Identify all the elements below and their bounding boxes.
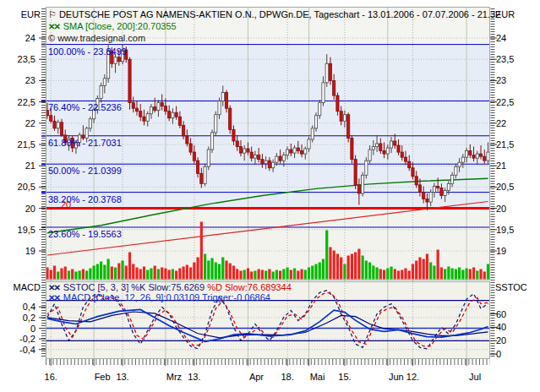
x-axis-tick-label: Feb [95,372,111,382]
price-tick-label-right: 23,5 [496,54,514,64]
x-axis-tick-label: 15. [338,372,351,382]
copyright-text: © www.tradesignal.com [48,33,145,43]
chart-title-text: DEUTSCHE POST AG NAMENS-AKTIEN O.N., DPW… [59,9,500,19]
macd-legend-text: MACD [Close, 12, 26, 9]:0.03109 Trigger:… [63,292,270,302]
stoch-tick-label: 0 [496,349,501,359]
x-axis-tick-label: Apr [249,372,264,382]
stoch-tick-label: 20 [496,335,506,346]
fib-level-label: 38.20% - 20.3768 [48,194,122,204]
chart-title: ⚐DEUTSCHE POST AG NAMENS-AKTIEN O.N., DP… [48,9,500,19]
macd-tick-label: 0,2 [0,313,35,323]
price-tick-label-right: 20 [496,204,506,214]
x-axis-tick-label: Mai [310,372,325,382]
formula-icon: ✕✕ [48,22,59,31]
macd-tick-label: 0,4 [0,302,35,312]
stoch-tick-label: 40 [496,322,506,332]
price-tick-label-left: 23,5 [0,54,35,64]
price-tick-label-right: 21,5 [496,139,514,150]
price-tick-label-left: 22,5 [0,97,35,107]
price-tick-label-left: 22 [0,118,35,128]
price-tick-label-left: 21 [0,161,35,171]
price-tick-label-right: 21 [496,161,506,171]
price-tick-label-left: 23 [0,75,35,85]
x-axis-tick-label: 16. [45,372,57,382]
stoch-tick-label: 60 [496,309,506,319]
price-tick-label-right: 19 [496,246,506,256]
price-tick-label-left: 20,5 [0,182,35,192]
fib-level-label: 23.60% - 19.5563 [48,229,122,239]
formula-icon: ✕✕ [48,283,59,292]
fib-level-label: 100.00% - 23.8499 [48,46,127,57]
price-tick-label-right: 22 [496,118,506,128]
price-tick-label-left: 24 [0,33,35,43]
stoch-k-legend-text: SSTOC [5, 3, 3] %K Slow:75.6269 [63,282,205,292]
x-axis-tick-label: Jun [389,372,404,382]
price-axis-unit-left: EUR [0,9,41,19]
price-tick-label-right: 20,5 [496,182,514,192]
price-tick-label-right: 24 [496,33,506,43]
x-axis-tick-label: 13. [188,372,200,382]
price-tick-label-right: 22,5 [496,97,514,107]
x-axis-tick-label: Mrz [166,372,182,382]
macd-tick-label: -0,2 [0,334,35,344]
x-axis-tick-label: Jul [469,372,481,382]
price-tick-label-right: 19,5 [496,225,514,235]
fib-level-label: 61.80% - 21.7031 [48,138,122,148]
x-axis-tick-label: 13. [116,372,128,382]
x-axis-tick-label: 18. [281,372,293,382]
sma-legend[interactable]: ✕✕SMA [Close, 200]:20.70355 [48,21,177,32]
macd-legend[interactable]: ✕✕MACD [Close, 12, 26, 9]:0.03109 Trigge… [48,292,270,303]
price-tick-label-left: 20 [0,204,35,214]
formula-icon: ✕✕ [48,293,59,302]
fib-level-label: 76.40% - 22.5236 [48,102,122,112]
x-axis-tick-label: 12. [406,372,419,382]
flag-icon: ⚐ [48,9,57,19]
price-tick-label-left: 19 [0,246,35,256]
sma-legend-text: SMA [Close, 200]:20.70355 [63,21,177,31]
macd-axis-title: MACD [0,282,41,292]
red-hline-label: 20 [61,199,71,210]
stoch-axis-title: SSTOC [495,282,527,292]
stoch-d-legend-text: %D Slow:76.689344 [207,282,292,292]
macd-tick-label: 0 [0,324,35,334]
fib-level-label: 50.00% - 21.0399 [48,166,122,176]
price-tick-label-right: 23 [496,75,506,85]
price-tick-label-left: 19,5 [0,225,35,235]
macd-tick-label: -0,4 [0,345,35,355]
tradesignal-chart-window: EUR EUR MACD SSTOC ⚐DEUTSCHE POST AG NAM… [0,0,540,392]
price-tick-label-left: 21,5 [0,139,35,150]
